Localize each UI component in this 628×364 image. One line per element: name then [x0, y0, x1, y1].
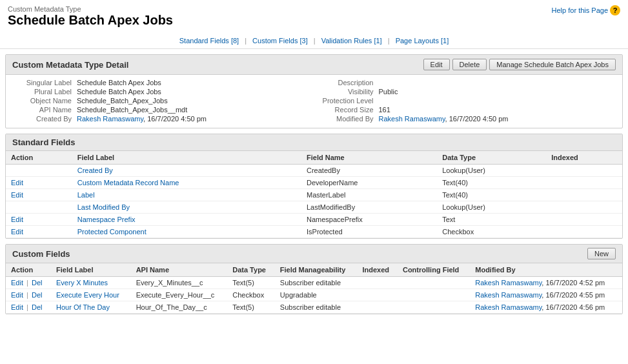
singular-label-label: Singular Label [12, 79, 77, 86]
col-action: Action [6, 263, 51, 277]
custom-field-label-link[interactable]: Every X Minutes [56, 279, 108, 287]
custom-field-label: Hour Of The Day [51, 301, 131, 314]
standard-field-indexed [546, 165, 622, 177]
standard-field-label-link[interactable]: Namespace Prefix [77, 216, 136, 223]
detail-row-singular: Singular Label Schedule Batch Apex Jobs … [12, 79, 616, 86]
standard-field-label: Namespace Prefix [72, 214, 301, 226]
custom-field-modified-by: Rakesh Ramaswamy, 16/7/2020 4:52 pm [470, 277, 622, 289]
col-indexed: Indexed [357, 263, 398, 277]
standard-field-label-link[interactable]: Last Modified By [77, 203, 130, 211]
custom-field-edit-link[interactable]: Edit [11, 291, 23, 299]
standard-field-label-link[interactable]: Created By [77, 167, 113, 174]
custom-field-manageability: Subscriber editable [275, 277, 358, 289]
standard-field-action: Edit [6, 214, 72, 226]
standard-field-label-link[interactable]: Label [77, 191, 95, 199]
standard-fields-thead: Action Field Label Field Name Data Type … [6, 151, 622, 165]
new-custom-field-button[interactable]: New [587, 248, 616, 259]
custom-field-row: Edit | DelHour Of The DayHour_Of_The_Day… [6, 301, 622, 314]
col-field-label: Field Label [72, 151, 301, 165]
standard-field-label: Custom Metadata Record Name [72, 177, 301, 189]
standard-field-action [6, 201, 72, 214]
col-field-label: Field Label [51, 263, 131, 277]
created-by-label: Created By [12, 115, 77, 123]
manage-button[interactable]: Manage Schedule Batch Apex Jobs [489, 59, 616, 70]
standard-fields-section: Standard Fields Action Field Label Field… [5, 134, 623, 239]
help-link-text: Help for this Page [552, 6, 608, 14]
nav-validation-rules[interactable]: Validation Rules [1] [321, 37, 384, 45]
standard-field-row: EditNamespace PrefixNamespacePrefixText [6, 214, 622, 226]
help-link[interactable]: Help for this Page ? [552, 5, 620, 15]
standard-field-label-link[interactable]: Protected Component [77, 228, 147, 236]
standard-field-label-link[interactable]: Custom Metadata Record Name [77, 179, 179, 187]
col-controlling: Controlling Field [398, 263, 470, 277]
detail-table: Singular Label Schedule Batch Apex Jobs … [6, 75, 622, 128]
custom-field-modified-by-link[interactable]: Rakesh Ramaswamy [475, 279, 542, 287]
custom-field-controlling [398, 289, 470, 301]
nav-standard-fields[interactable]: Standard Fields [8] [179, 37, 241, 45]
modified-by-value: Rakesh Ramaswamy, 16/7/2020 4:50 pm [379, 115, 509, 123]
custom-field-del-link[interactable]: Del [32, 279, 43, 287]
plural-label-label: Plural Label [12, 88, 77, 96]
standard-field-action: Edit [6, 189, 72, 201]
detail-row-object: Object Name Schedule_Batch_Apex_Jobs Pro… [12, 97, 616, 105]
custom-field-label-link[interactable]: Execute Every Hour [56, 291, 119, 299]
standard-field-edit-link[interactable]: Edit [11, 216, 23, 223]
delete-button[interactable]: Delete [452, 59, 487, 70]
standard-field-name: CreatedBy [301, 165, 437, 177]
custom-field-manageability: Upgradable [275, 289, 358, 301]
detail-row-plural: Plural Label Schedule Batch Apex Jobs Vi… [12, 88, 616, 96]
edit-button[interactable]: Edit [423, 59, 450, 70]
created-by-link[interactable]: Rakesh Ramaswamy [77, 115, 143, 123]
custom-fields-section: Custom Fields New Action Field Label API… [5, 244, 623, 314]
modified-by-link[interactable]: Rakesh Ramaswamy [379, 115, 445, 123]
custom-field-datatype: Checkbox [227, 289, 275, 301]
custom-field-label: Execute Every Hour [51, 289, 131, 301]
page-title: Schedule Batch Apex Jobs [8, 13, 620, 28]
custom-field-indexed [357, 301, 398, 314]
custom-field-action: Edit | Del [6, 289, 51, 301]
custom-field-datatype: Text(5) [227, 277, 275, 289]
col-indexed: Indexed [546, 151, 622, 165]
custom-field-modified-by-link[interactable]: Rakesh Ramaswamy [475, 303, 542, 311]
custom-field-action: Edit | Del [6, 277, 51, 289]
custom-field-row: Edit | DelExecute Every HourExecute_Ever… [6, 289, 622, 301]
nav-page-layouts[interactable]: Page Layouts [1] [396, 37, 449, 45]
record-size-value: 161 [379, 106, 390, 114]
standard-fields-title: Standard Fields [12, 137, 76, 147]
custom-fields-tbody: Edit | DelEvery X MinutesEvery_X_Minutes… [6, 277, 622, 314]
standard-field-name: DeveloperName [301, 177, 437, 189]
custom-fields-title: Custom Fields [12, 249, 70, 259]
standard-field-edit-link[interactable]: Edit [11, 191, 23, 199]
standard-field-datatype: Checkbox [437, 226, 546, 238]
visibility-value: Public [379, 88, 398, 96]
custom-field-edit-link[interactable]: Edit [11, 279, 23, 287]
nav-custom-fields[interactable]: Custom Fields [3] [252, 37, 310, 45]
standard-field-edit-link[interactable]: Edit [11, 228, 23, 236]
custom-field-modified-by: Rakesh Ramaswamy, 16/7/2020 4:55 pm [470, 289, 622, 301]
standard-field-row: EditLabelMasterLabelText(40) [6, 189, 622, 201]
custom-field-del-link[interactable]: Del [32, 303, 43, 311]
api-name-value: Schedule_Batch_Apex_Jobs__mdt [77, 106, 187, 114]
custom-field-modified-by-link[interactable]: Rakesh Ramaswamy [475, 291, 542, 299]
detail-row-created: Created By Rakesh Ramaswamy, 16/7/2020 4… [12, 115, 616, 123]
custom-field-edit-link[interactable]: Edit [11, 303, 23, 311]
standard-fields-table: Action Field Label Field Name Data Type … [6, 151, 622, 238]
custom-field-controlling [398, 301, 470, 314]
standard-field-datatype: Text(40) [437, 189, 546, 201]
custom-field-label-link[interactable]: Hour Of The Day [56, 303, 110, 311]
col-field-name: Field Name [301, 151, 437, 165]
standard-field-name: IsProtected [301, 226, 437, 238]
object-name-value: Schedule_Batch_Apex_Jobs [77, 97, 168, 105]
page-header: Custom Metadata Type Schedule Batch Apex… [0, 0, 628, 49]
nav-links: Standard Fields [8] | Custom Fields [3] … [0, 33, 628, 49]
col-action: Action [6, 151, 72, 165]
custom-field-label: Every X Minutes [51, 277, 131, 289]
standard-field-indexed [546, 201, 622, 214]
standard-field-edit-link[interactable]: Edit [11, 179, 23, 187]
detail-buttons: Edit Delete Manage Schedule Batch Apex J… [423, 59, 616, 70]
protection-level-label: Protection Level [314, 97, 379, 105]
custom-field-del-link[interactable]: Del [32, 291, 43, 299]
standard-field-row: EditProtected ComponentIsProtectedCheckb… [6, 226, 622, 238]
standard-field-indexed [546, 226, 622, 238]
custom-field-controlling [398, 277, 470, 289]
